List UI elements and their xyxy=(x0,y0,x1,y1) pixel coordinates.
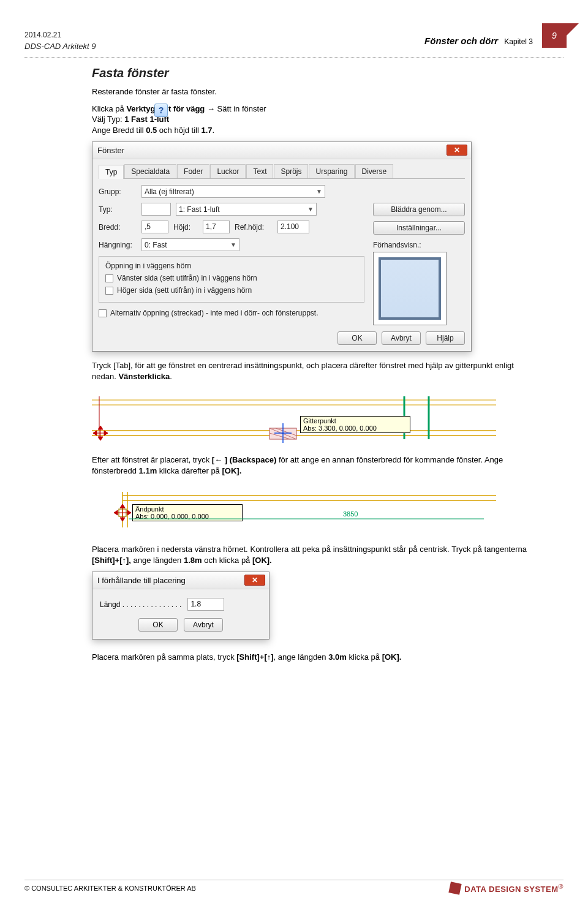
hojd-field[interactable]: 1,7 xyxy=(203,221,230,233)
p7e: och klicka på xyxy=(202,556,252,565)
p4d: 1.7 xyxy=(202,126,213,135)
combo-grupp[interactable]: Alla (ej filtrerat) ▼ xyxy=(141,185,325,198)
p7b: [Shift]+[↑], xyxy=(92,556,131,565)
svg-marker-28 xyxy=(127,510,131,515)
checkbox-alt-open[interactable] xyxy=(99,309,107,317)
p7d: 1.8m xyxy=(184,556,202,565)
typ-code-field[interactable] xyxy=(141,203,171,216)
p5b: Vänsterklicka xyxy=(118,372,170,381)
tab-luckor[interactable]: Luckor xyxy=(210,164,246,178)
section-heading: Fasta fönster xyxy=(92,66,527,80)
browse-button[interactable]: Bläddra genom... xyxy=(373,203,465,216)
cancel-button[interactable]: Avbryt xyxy=(382,331,421,345)
cancel-button[interactable]: Avbryt xyxy=(184,618,223,632)
dialog2-title: I förhållande till placering xyxy=(97,576,186,585)
p6d: 1.1m xyxy=(139,466,157,475)
p6f: [OK]. xyxy=(222,466,241,475)
tooltip1-title: Gitterpunkt xyxy=(303,417,407,425)
p5c: . xyxy=(170,372,172,381)
tooltip1-coords: Abs: 3.300, 0.000, 0.000 xyxy=(303,425,407,432)
svg-marker-30 xyxy=(120,518,125,521)
tab-text[interactable]: Text xyxy=(246,164,273,178)
help-icon: ? xyxy=(154,104,168,117)
brand-b: DESIGN xyxy=(489,885,524,894)
header-doc-title: Fönster och dörr Kapitel 3 xyxy=(424,36,533,46)
instruction-5: Placera markören på samma plats, tryck [… xyxy=(92,652,527,663)
checkbox-right[interactable] xyxy=(105,287,113,295)
ok-button[interactable]: OK xyxy=(337,331,377,345)
p6e: klicka därefter på xyxy=(157,466,222,475)
langd-field[interactable]: 1.8 xyxy=(187,598,224,611)
p4e: . xyxy=(213,126,215,135)
close-icon[interactable]: ✕ xyxy=(244,575,265,586)
p7f: [OK]. xyxy=(252,556,272,565)
combo-typ[interactable]: 1: Fast 1-luft ▼ xyxy=(176,203,317,216)
instruction-4: Placera markören i nedersta vänstra hörn… xyxy=(92,544,527,565)
label-langd: Längd . . . . . . . . . . . . . . . xyxy=(100,600,181,609)
dialog2-titlebar[interactable]: I förhållande till placering ✕ xyxy=(92,572,269,589)
tab-sprojs[interactable]: Spröjs xyxy=(274,164,308,178)
p6a: Efter att fönstret är placerat, tryck xyxy=(92,455,212,464)
drawing-endpoint: Ändpunkt Abs: 0.000, 0.000, 0.000 3850 xyxy=(92,485,527,532)
label-grupp: Grupp: xyxy=(99,187,137,196)
p8a: Placera markören på samma plats, tryck xyxy=(92,652,236,662)
preview-box xyxy=(373,252,447,325)
tab-ursparing[interactable]: Ursparing xyxy=(309,164,354,178)
chk-right-label: Höger sida (sett utifrån) in i väggens h… xyxy=(117,286,252,295)
bredd-field[interactable]: ,5 xyxy=(141,221,168,233)
chevron-down-icon: ▼ xyxy=(305,206,314,213)
checkbox-left[interactable] xyxy=(105,274,113,282)
brand-c: SYSTEM xyxy=(524,885,558,894)
p8f: [OK]. xyxy=(382,652,402,662)
label-bredd: Bredd: xyxy=(99,223,137,232)
refhojd-field[interactable]: 2.100 xyxy=(277,221,309,233)
p8c: , ange längden xyxy=(274,652,329,662)
brand-a: DATA xyxy=(464,885,489,894)
tab-typ[interactable]: Typ xyxy=(99,165,124,179)
drawing-gridpoint: Gitterpunkt Abs: 3.300, 0.000, 0.000 xyxy=(92,390,527,443)
groupbox-label: Öppning in i väggens hörn xyxy=(105,262,358,270)
svg-marker-29 xyxy=(120,504,125,508)
tab-foder[interactable]: Foder xyxy=(177,164,209,178)
combo-grupp-value: Alla (ej filtrerat) xyxy=(145,187,194,196)
p2a: Klicka på xyxy=(92,104,126,113)
p7c: ange längden xyxy=(131,556,184,565)
p3a: Välj Typ: xyxy=(92,115,124,124)
tab-diverse[interactable]: Diverse xyxy=(355,164,394,178)
intro-paragraph: Resterande fönster är fasta fönster. xyxy=(92,86,527,97)
ok-button[interactable]: OK xyxy=(138,618,178,632)
label-refhojd: Ref.höjd: xyxy=(235,223,273,232)
preview-label: Förhandsvisn.: xyxy=(373,241,465,249)
p7a: Placera markören i nedersta vänstra hörn… xyxy=(92,545,527,554)
footer-copyright: © CONSULTEC ARKITEKTER & KONSTRUKTÖRER A… xyxy=(24,885,196,892)
svg-marker-27 xyxy=(114,510,118,515)
p8e: klicka på xyxy=(347,652,382,662)
combo-hangning[interactable]: 0: Fast ▼ xyxy=(141,238,239,251)
window-dialog: Fönster ✕ Typ Specialdata Foder Luckor T… xyxy=(92,142,472,352)
help-button[interactable]: Hjälp xyxy=(426,331,465,345)
chk-left-label: Vänster sida (sett utifrån) in i väggens… xyxy=(117,274,257,282)
chevron-down-icon: ▼ xyxy=(228,241,236,248)
tab-specialdata[interactable]: Specialdata xyxy=(124,164,176,178)
label-hangning: Hängning: xyxy=(99,241,137,249)
p4c: och höjd till xyxy=(157,126,201,135)
combo-typ-value: 1: Fast 1-luft xyxy=(179,205,220,214)
settings-button[interactable]: Inställningar... xyxy=(373,221,465,235)
dialog-titlebar[interactable]: Fönster ✕ xyxy=(92,142,471,159)
dialog-title: Fönster xyxy=(97,146,124,155)
label-typ: Typ: xyxy=(99,205,137,214)
page-header: 9 2014.02.21 DDS-CAD Arkitekt 9 Fönster … xyxy=(0,0,588,55)
p8d: 3.0m xyxy=(328,652,347,662)
instruction-2: Tryck [Tab], för att ge fönstret en cent… xyxy=(92,360,527,382)
combo-hangning-value: 0: Fast xyxy=(145,241,167,249)
tooltip2-title: Ändpunkt xyxy=(135,505,239,513)
p2c: → Sätt in fönster xyxy=(205,104,266,113)
svg-marker-18 xyxy=(98,437,103,440)
close-icon[interactable]: ✕ xyxy=(447,145,467,156)
label-hojd: Höjd: xyxy=(173,223,198,232)
svg-marker-17 xyxy=(98,426,103,429)
placement-dialog: I förhållande till placering ✕ Längd . .… xyxy=(92,572,270,640)
p6b: [← ] (Backspace) xyxy=(212,455,276,464)
brand-text: DATA DESIGN SYSTEM® xyxy=(464,883,564,894)
svg-marker-15 xyxy=(93,431,97,436)
